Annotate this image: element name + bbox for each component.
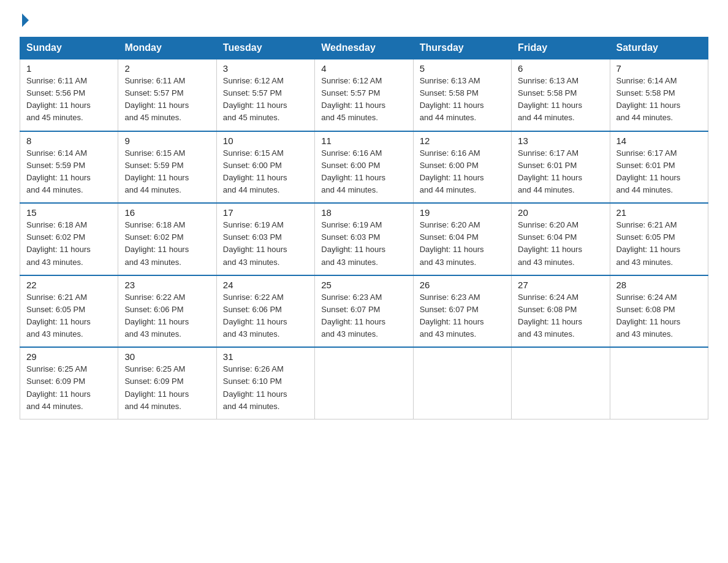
calendar-week-row: 15Sunrise: 6:18 AMSunset: 6:02 PMDayligh… [20, 203, 708, 275]
day-number: 13 [518, 136, 603, 146]
calendar-day-cell: 31Sunrise: 6:26 AMSunset: 6:10 PMDayligh… [216, 347, 314, 419]
day-info: Sunrise: 6:25 AMSunset: 6:09 PMDaylight:… [124, 363, 210, 413]
day-number: 22 [26, 280, 112, 290]
day-info: Sunrise: 6:11 AMSunset: 5:56 PMDaylight:… [26, 75, 112, 124]
calendar-day-cell: 27Sunrise: 6:24 AMSunset: 6:08 PMDayligh… [512, 275, 610, 348]
calendar-day-cell [315, 347, 413, 419]
day-number: 27 [518, 280, 603, 290]
day-number: 8 [26, 136, 112, 146]
calendar-day-cell: 8Sunrise: 6:14 AMSunset: 5:59 PMDaylight… [20, 131, 118, 204]
calendar-day-header: Monday [118, 37, 216, 59]
calendar-day-cell: 1Sunrise: 6:11 AMSunset: 5:56 PMDaylight… [20, 59, 118, 131]
day-info: Sunrise: 6:23 AMSunset: 6:07 PMDaylight:… [420, 291, 505, 341]
day-info: Sunrise: 6:14 AMSunset: 5:59 PMDaylight:… [26, 147, 112, 197]
calendar-day-cell [610, 347, 708, 419]
day-number: 19 [420, 207, 505, 218]
day-info: Sunrise: 6:15 AMSunset: 6:00 PMDaylight:… [223, 147, 308, 197]
day-number: 26 [420, 280, 505, 290]
day-info: Sunrise: 6:26 AMSunset: 6:10 PMDaylight:… [223, 363, 308, 413]
day-info: Sunrise: 6:21 AMSunset: 6:05 PMDaylight:… [26, 291, 112, 341]
day-number: 30 [124, 351, 210, 362]
day-info: Sunrise: 6:19 AMSunset: 6:03 PMDaylight:… [321, 219, 406, 269]
day-number: 18 [321, 207, 406, 218]
day-info: Sunrise: 6:20 AMSunset: 6:04 PMDaylight:… [518, 219, 603, 269]
day-number: 11 [321, 136, 406, 146]
day-info: Sunrise: 6:11 AMSunset: 5:57 PMDaylight:… [124, 75, 210, 124]
day-info: Sunrise: 6:13 AMSunset: 5:58 PMDaylight:… [518, 75, 603, 124]
day-number: 21 [616, 207, 702, 218]
logo [20, 15, 29, 26]
day-info: Sunrise: 6:16 AMSunset: 6:00 PMDaylight:… [420, 147, 505, 197]
day-number: 7 [616, 63, 702, 74]
calendar-day-cell: 5Sunrise: 6:13 AMSunset: 5:58 PMDaylight… [413, 59, 511, 131]
calendar-day-cell: 22Sunrise: 6:21 AMSunset: 6:05 PMDayligh… [20, 275, 118, 348]
day-info: Sunrise: 6:19 AMSunset: 6:03 PMDaylight:… [223, 219, 308, 269]
day-info: Sunrise: 6:13 AMSunset: 5:58 PMDaylight:… [420, 75, 505, 124]
day-number: 10 [223, 136, 308, 146]
calendar-day-header: Tuesday [216, 37, 314, 59]
calendar-header-row: SundayMondayTuesdayWednesdayThursdayFrid… [20, 37, 708, 59]
calendar-day-cell: 25Sunrise: 6:23 AMSunset: 6:07 PMDayligh… [315, 275, 413, 348]
calendar-day-cell: 9Sunrise: 6:15 AMSunset: 5:59 PMDaylight… [118, 131, 216, 204]
calendar-day-cell: 24Sunrise: 6:22 AMSunset: 6:06 PMDayligh… [216, 275, 314, 348]
calendar-day-cell: 11Sunrise: 6:16 AMSunset: 6:00 PMDayligh… [315, 131, 413, 204]
logo-arrow-icon [22, 13, 29, 27]
day-number: 28 [616, 280, 702, 290]
calendar-day-cell: 29Sunrise: 6:25 AMSunset: 6:09 PMDayligh… [20, 347, 118, 419]
calendar-day-cell: 28Sunrise: 6:24 AMSunset: 6:08 PMDayligh… [610, 275, 708, 348]
calendar-day-cell: 2Sunrise: 6:11 AMSunset: 5:57 PMDaylight… [118, 59, 216, 131]
day-number: 25 [321, 280, 406, 290]
day-info: Sunrise: 6:16 AMSunset: 6:00 PMDaylight:… [321, 147, 406, 197]
page-header [20, 15, 708, 26]
calendar-week-row: 22Sunrise: 6:21 AMSunset: 6:05 PMDayligh… [20, 275, 708, 348]
day-info: Sunrise: 6:14 AMSunset: 5:58 PMDaylight:… [616, 75, 702, 124]
calendar-day-cell: 17Sunrise: 6:19 AMSunset: 6:03 PMDayligh… [216, 203, 314, 275]
calendar-day-cell: 6Sunrise: 6:13 AMSunset: 5:58 PMDaylight… [512, 59, 610, 131]
calendar-day-cell: 18Sunrise: 6:19 AMSunset: 6:03 PMDayligh… [315, 203, 413, 275]
day-info: Sunrise: 6:17 AMSunset: 6:01 PMDaylight:… [518, 147, 603, 197]
calendar-day-header: Thursday [413, 37, 511, 59]
day-number: 1 [26, 63, 112, 74]
calendar-day-cell [413, 347, 511, 419]
day-info: Sunrise: 6:17 AMSunset: 6:01 PMDaylight:… [616, 147, 702, 197]
day-number: 16 [124, 207, 210, 218]
calendar-day-cell: 4Sunrise: 6:12 AMSunset: 5:57 PMDaylight… [315, 59, 413, 131]
day-info: Sunrise: 6:18 AMSunset: 6:02 PMDaylight:… [124, 219, 210, 269]
calendar-day-cell: 10Sunrise: 6:15 AMSunset: 6:00 PMDayligh… [216, 131, 314, 204]
day-info: Sunrise: 6:12 AMSunset: 5:57 PMDaylight:… [223, 75, 308, 124]
calendar-day-header: Saturday [610, 37, 708, 59]
day-number: 20 [518, 207, 603, 218]
day-number: 5 [420, 63, 505, 74]
day-info: Sunrise: 6:23 AMSunset: 6:07 PMDaylight:… [321, 291, 406, 341]
calendar-day-cell: 30Sunrise: 6:25 AMSunset: 6:09 PMDayligh… [118, 347, 216, 419]
day-number: 3 [223, 63, 308, 74]
calendar-day-header: Wednesday [315, 37, 413, 59]
day-info: Sunrise: 6:25 AMSunset: 6:09 PMDaylight:… [26, 363, 112, 413]
day-number: 15 [26, 207, 112, 218]
calendar-day-cell: 3Sunrise: 6:12 AMSunset: 5:57 PMDaylight… [216, 59, 314, 131]
calendar-day-cell: 16Sunrise: 6:18 AMSunset: 6:02 PMDayligh… [118, 203, 216, 275]
calendar-day-cell: 15Sunrise: 6:18 AMSunset: 6:02 PMDayligh… [20, 203, 118, 275]
calendar-day-cell: 19Sunrise: 6:20 AMSunset: 6:04 PMDayligh… [413, 203, 511, 275]
day-info: Sunrise: 6:21 AMSunset: 6:05 PMDaylight:… [616, 219, 702, 269]
calendar-week-row: 8Sunrise: 6:14 AMSunset: 5:59 PMDaylight… [20, 131, 708, 204]
calendar-day-header: Friday [512, 37, 610, 59]
calendar-day-cell [512, 347, 610, 419]
calendar-day-cell: 26Sunrise: 6:23 AMSunset: 6:07 PMDayligh… [413, 275, 511, 348]
day-info: Sunrise: 6:24 AMSunset: 6:08 PMDaylight:… [616, 291, 702, 341]
day-info: Sunrise: 6:12 AMSunset: 5:57 PMDaylight:… [321, 75, 406, 124]
day-info: Sunrise: 6:24 AMSunset: 6:08 PMDaylight:… [518, 291, 603, 341]
calendar-week-row: 1Sunrise: 6:11 AMSunset: 5:56 PMDaylight… [20, 59, 708, 131]
calendar-day-cell: 13Sunrise: 6:17 AMSunset: 6:01 PMDayligh… [512, 131, 610, 204]
day-number: 31 [223, 351, 308, 362]
calendar-day-cell: 7Sunrise: 6:14 AMSunset: 5:58 PMDaylight… [610, 59, 708, 131]
day-number: 12 [420, 136, 505, 146]
day-number: 2 [124, 63, 210, 74]
day-number: 9 [124, 136, 210, 146]
calendar-day-cell: 12Sunrise: 6:16 AMSunset: 6:00 PMDayligh… [413, 131, 511, 204]
calendar-day-header: Sunday [20, 37, 118, 59]
calendar-day-cell: 14Sunrise: 6:17 AMSunset: 6:01 PMDayligh… [610, 131, 708, 204]
day-number: 24 [223, 280, 308, 290]
day-number: 29 [26, 351, 112, 362]
day-info: Sunrise: 6:15 AMSunset: 5:59 PMDaylight:… [124, 147, 210, 197]
